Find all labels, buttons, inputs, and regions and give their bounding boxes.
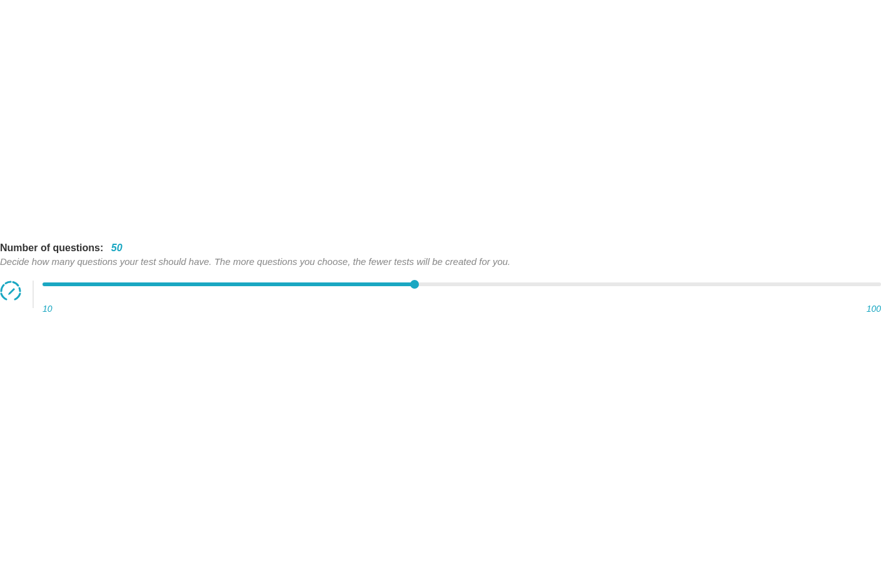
slider-fill (43, 282, 415, 286)
questions-count-value: 50 (111, 242, 123, 253)
questions-count-description: Decide how many questions your test shou… (0, 256, 881, 267)
slider-min-label: 10 (43, 304, 53, 314)
slider-thumb[interactable] (410, 280, 419, 289)
questions-count-slider[interactable] (43, 282, 881, 286)
slider-max-label: 100 (867, 304, 881, 314)
vertical-divider (33, 281, 34, 308)
questions-count-label: Number of questions: (0, 242, 103, 253)
speedometer-edit-icon (0, 281, 21, 302)
